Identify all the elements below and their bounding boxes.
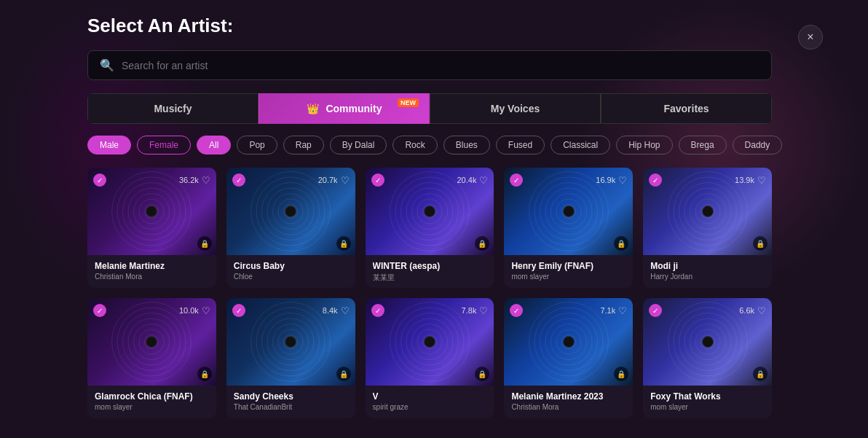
filter-classical[interactable]: Classical (551, 136, 610, 155)
card-creator: That CanadianBrit (234, 403, 348, 411)
artist-card[interactable]: ✓ 16.9k ♡ 🔒 Henry Emily (FNAF) mom slaye… (504, 168, 633, 288)
like-count: 10.0k ♡ (179, 305, 210, 316)
search-icon: 🔍 (100, 58, 114, 72)
filter-pop[interactable]: Pop (237, 136, 277, 155)
card-info: Glamrock Chica (FNAF) mom slayer (87, 386, 216, 417)
verified-icon: ✓ (371, 304, 384, 317)
like-number: 20.4k (457, 176, 476, 184)
artist-card[interactable]: ✓ 13.9k ♡ 🔒 Modi ji Harry Jordan (643, 168, 772, 288)
artist-select-modal: × Select An Artist: 🔍 Musicfy 👑 Communit… (87, 15, 772, 426)
tab-musicfy[interactable]: Musicfy (87, 93, 259, 124)
filter-fused[interactable]: Fused (496, 136, 545, 155)
card-overlay: ✓ 20.7k ♡ (226, 168, 355, 192)
filter-by-dalal[interactable]: By Dalal (330, 136, 387, 155)
heart-icon: ♡ (341, 305, 350, 316)
card-info: Modi ji Harry Jordan (643, 255, 772, 286)
card-image: ✓ 8.4k ♡ 🔒 (226, 298, 355, 386)
card-image: ✓ 36.2k ♡ 🔒 (87, 168, 216, 255)
artist-card[interactable]: ✓ 7.1k ♡ 🔒 Melanie Martinez 2023 Christi… (504, 298, 633, 418)
new-badge: NEW (398, 98, 419, 107)
like-number: 16.9k (596, 176, 615, 184)
artist-card[interactable]: ✓ 10.0k ♡ 🔒 Glamrock Chica (FNAF) mom sl… (87, 298, 216, 418)
card-title: Melanie Martinez 2023 (511, 391, 626, 402)
card-image: ✓ 13.9k ♡ 🔒 (643, 168, 772, 255)
card-title: Foxy That Works (650, 391, 765, 402)
filter-brega[interactable]: Brega (679, 136, 727, 155)
filter-blues[interactable]: Blues (443, 136, 490, 155)
artist-card[interactable]: ✓ 6.6k ♡ 🔒 Foxy That Works mom slayer (643, 298, 772, 418)
like-count: 7.8k ♡ (462, 305, 489, 316)
filter-all[interactable]: All (197, 136, 231, 155)
card-image: ✓ 7.1k ♡ 🔒 (504, 298, 633, 386)
verified-icon: ✓ (93, 173, 106, 187)
card-creator: 某某里 (373, 273, 487, 283)
card-title: Melanie Martinez (95, 261, 209, 271)
filter-rap[interactable]: Rap (283, 136, 324, 155)
heart-icon: ♡ (757, 305, 766, 316)
heart-icon: ♡ (202, 305, 210, 316)
lock-icon: 🔒 (197, 236, 212, 251)
card-overlay: ✓ 6.6k ♡ (643, 298, 772, 323)
verified-icon: ✓ (510, 304, 523, 317)
filter-rock[interactable]: Rock (392, 136, 437, 155)
tab-my-voices[interactable]: My Voices (430, 93, 601, 124)
tab-community[interactable]: 👑 Community NEW (259, 93, 430, 124)
tab-favorites[interactable]: Favorites (601, 93, 772, 124)
artist-card[interactable]: ✓ 7.8k ♡ 🔒 V spirit graze (366, 298, 494, 418)
modal-title: Select An Artist: (87, 15, 772, 37)
card-title: V (373, 391, 487, 402)
like-count: 6.6k ♡ (739, 305, 766, 316)
crown-icon: 👑 (307, 103, 319, 114)
heart-icon: ♡ (618, 175, 627, 186)
card-overlay: ✓ 10.0k ♡ (87, 298, 216, 323)
filter-male[interactable]: Male (87, 136, 131, 155)
artist-card[interactable]: ✓ 20.7k ♡ 🔒 Circus Baby Chloe (226, 168, 355, 288)
like-number: 36.2k (179, 176, 199, 184)
lock-icon: 🔒 (753, 236, 768, 251)
lock-icon: 🔒 (336, 367, 351, 381)
like-count: 36.2k ♡ (179, 175, 210, 186)
artist-card[interactable]: ✓ 8.4k ♡ 🔒 Sandy Cheeks That CanadianBri… (226, 298, 355, 418)
card-overlay: ✓ 8.4k ♡ (226, 298, 355, 323)
card-overlay: ✓ 16.9k ♡ (504, 168, 633, 192)
like-number: 10.0k (179, 306, 199, 315)
filter-daddy[interactable]: Daddy (733, 136, 783, 155)
card-title: Sandy Cheeks (234, 391, 348, 402)
card-image: ✓ 7.8k ♡ 🔒 (366, 298, 494, 386)
card-overlay: ✓ 20.4k ♡ (366, 168, 494, 192)
card-image: ✓ 20.7k ♡ 🔒 (226, 168, 355, 255)
card-info: Circus Baby Chloe (226, 255, 355, 286)
card-title: Henry Emily (FNAF) (511, 261, 626, 271)
artist-grid-row2: ✓ 10.0k ♡ 🔒 Glamrock Chica (FNAF) mom sl… (87, 298, 772, 418)
verified-icon: ✓ (232, 304, 245, 317)
search-bar: 🔍 (87, 50, 772, 80)
lock-icon: 🔒 (753, 367, 768, 381)
like-number: 8.4k (323, 306, 338, 315)
filter-female[interactable]: Female (137, 136, 191, 155)
verified-icon: ✓ (510, 173, 523, 187)
card-creator: Harry Jordan (650, 273, 765, 281)
heart-icon: ♡ (341, 175, 350, 186)
like-count: 7.1k ♡ (600, 305, 627, 316)
close-button[interactable]: × (798, 25, 823, 50)
artist-card[interactable]: ✓ 36.2k ♡ 🔒 Melanie Martinez Christian M… (87, 168, 216, 288)
like-number: 6.6k (739, 306, 754, 315)
card-creator: mom slayer (95, 403, 209, 411)
card-creator: spirit graze (373, 403, 487, 411)
card-image: ✓ 16.9k ♡ 🔒 (504, 168, 633, 255)
card-overlay: ✓ 7.8k ♡ (366, 298, 494, 323)
card-image: ✓ 20.4k ♡ 🔒 (366, 168, 494, 255)
like-count: 13.9k ♡ (735, 175, 766, 186)
card-creator: Christian Mora (95, 273, 209, 281)
like-count: 20.4k ♡ (457, 175, 488, 186)
artist-card[interactable]: ✓ 20.4k ♡ 🔒 WINTER (aespa) 某某里 (366, 168, 494, 288)
tab-bar: Musicfy 👑 Community NEW My Voices Favori… (87, 93, 772, 124)
like-number: 7.8k (462, 306, 477, 315)
card-image: ✓ 6.6k ♡ 🔒 (643, 298, 772, 386)
heart-icon: ♡ (479, 305, 488, 316)
search-input[interactable] (122, 60, 760, 71)
lock-icon: 🔒 (197, 367, 212, 381)
like-count: 20.7k ♡ (318, 175, 350, 186)
like-number: 7.1k (600, 306, 615, 315)
filter-hip-hop[interactable]: Hip Hop (616, 136, 672, 155)
